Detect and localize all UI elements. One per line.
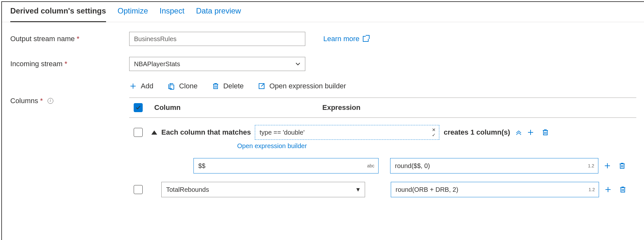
open-expression-builder-link[interactable]: Open expression builder: [237, 142, 644, 150]
incoming-stream-select[interactable]: NBAPlayerStats: [129, 57, 305, 71]
collapse-icon[interactable]: [515, 129, 522, 136]
column-name-select[interactable]: TotalRebounds ▼: [161, 182, 365, 197]
external-link-icon: [363, 36, 369, 42]
incoming-stream-label: Incoming stream*: [10, 60, 129, 68]
type-badge-numeric: 1.2: [588, 163, 594, 168]
select-all-checkbox[interactable]: [134, 103, 143, 112]
row-checkbox[interactable]: [134, 128, 143, 137]
expand-toggle[interactable]: [147, 130, 161, 135]
delete-button[interactable]: Delete: [212, 82, 244, 90]
open-icon: [258, 82, 265, 90]
tabs: Derived column's settings Optimize Inspe…: [2, 2, 644, 22]
chevron-down-icon: [295, 61, 300, 67]
pattern-prefix: Each column that matches: [161, 128, 251, 137]
open-expression-builder-button[interactable]: Open expression builder: [258, 82, 346, 90]
dismissable-icon: ✕✓: [432, 127, 436, 138]
clone-button[interactable]: Clone: [167, 82, 197, 90]
pattern-column-input[interactable]: $$ abc: [193, 158, 379, 173]
columns-toolbar: Add Clone Delete Open expression builder: [129, 82, 636, 97]
output-stream-input[interactable]: [129, 32, 305, 46]
pattern-condition-input[interactable]: type == 'double' ✕✓: [255, 125, 439, 140]
add-row-icon[interactable]: [526, 128, 535, 137]
dropdown-icon: ▼: [355, 186, 361, 193]
delete-row-icon[interactable]: [618, 185, 627, 194]
expression-input[interactable]: round(ORB + DRB, 2) 1.2: [391, 182, 599, 197]
add-button[interactable]: Add: [129, 82, 153, 90]
tab-settings[interactable]: Derived column's settings: [10, 6, 106, 22]
learn-more-link[interactable]: Learn more: [323, 35, 369, 43]
column-header-expression: Expression: [322, 103, 636, 112]
type-badge-numeric: 1.2: [589, 187, 595, 192]
output-stream-label: Output stream name*: [10, 35, 129, 43]
pattern-expression-input[interactable]: round($$, 0) 1.2: [390, 158, 598, 173]
pattern-suffix: creates 1 column(s): [444, 128, 510, 137]
trash-icon: [212, 82, 219, 90]
columns-label: Columns* i: [10, 97, 129, 105]
delete-row-icon[interactable]: [541, 128, 550, 137]
tab-preview[interactable]: Data preview: [196, 6, 241, 22]
type-badge-abc: abc: [367, 163, 374, 168]
tab-inspect[interactable]: Inspect: [159, 6, 184, 22]
copy-icon: [167, 82, 175, 90]
plus-icon: [129, 82, 137, 90]
info-icon[interactable]: i: [48, 98, 53, 104]
row-checkbox[interactable]: [134, 185, 143, 194]
add-subrow-icon[interactable]: [603, 161, 612, 170]
add-row-icon[interactable]: [604, 185, 613, 194]
columns-grid: Column Expression Each column that match…: [129, 97, 636, 197]
delete-subrow-icon[interactable]: [618, 161, 627, 170]
tab-optimize[interactable]: Optimize: [118, 6, 148, 22]
column-header-column: Column: [147, 103, 322, 112]
